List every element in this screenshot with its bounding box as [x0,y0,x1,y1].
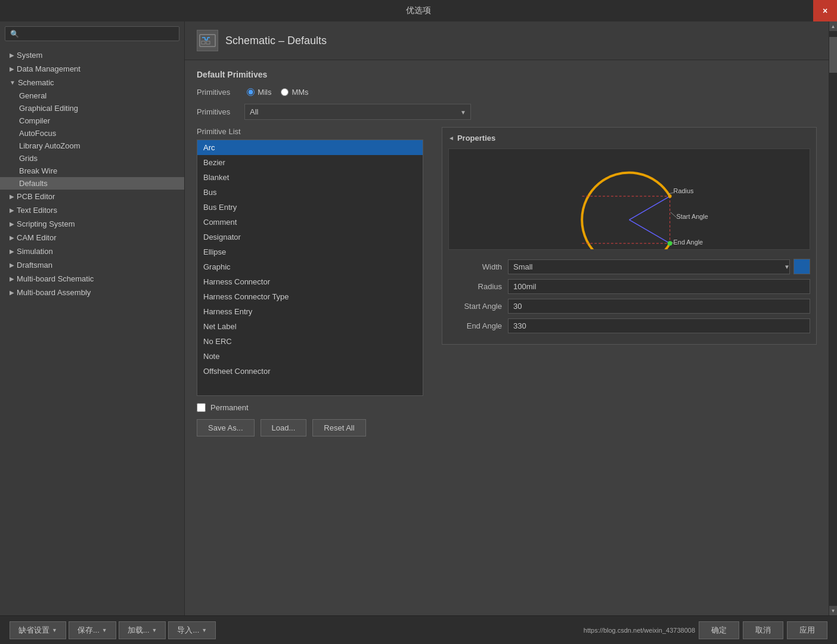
sidebar-child-grids[interactable]: Grids [0,152,184,165]
sidebar-child-compiler[interactable]: Compiler [0,114,184,127]
sidebar-item-multi-board-schematic[interactable]: Multi-board Schematic [0,272,184,286]
child-label: Defaults [19,179,48,188]
color-swatch[interactable] [793,259,810,274]
list-item[interactable]: Bus Entry [197,200,423,215]
load-button[interactable]: Load... [261,419,307,436]
start-angle-input[interactable] [508,299,810,314]
arrow-icon [10,79,16,86]
list-item[interactable]: Graphic [197,259,423,274]
radius-label: Radius [448,282,508,291]
content-header: Schematic – Defaults [185,21,829,60]
default-settings-button[interactable]: 缺省设置 ▼ [10,621,66,639]
radius-input[interactable] [508,279,810,294]
arrow-icon [10,289,14,296]
confirm-button[interactable]: 确定 [699,621,739,639]
close-button[interactable]: × [813,0,837,21]
mils-radio[interactable] [247,88,255,96]
sidebar-child-autofocus[interactable]: AutoFocus [0,127,184,140]
title-bar: 优选项 × [0,0,837,21]
svg-text:Radius: Radius [674,187,694,194]
list-item[interactable]: Harness Entry [197,304,423,319]
properties-panel: Properties [442,127,817,345]
sidebar-child-library-autozoom[interactable]: Library AutoZoom [0,140,184,152]
sidebar-tree: System Data Management Schematic General… [0,46,184,615]
properties-title: Properties [448,134,810,143]
list-item[interactable]: Net Label [197,319,423,334]
right-scrollbar[interactable]: ▲ ▼ [829,21,837,615]
section-title: Default Primitives [197,70,817,79]
list-item[interactable]: Harness Connector [197,274,423,289]
arrow-icon [10,193,14,200]
sidebar-item-data-management[interactable]: Data Management [0,62,184,76]
list-item[interactable]: Designator [197,230,423,244]
sidebar-item-schematic[interactable]: Schematic [0,76,184,89]
scrollbar-thumb[interactable] [829,37,837,73]
search-box[interactable]: 🔍 [5,26,179,41]
primitive-list[interactable]: Arc Bezier Blanket Bus Bus Entry Comment… [197,140,423,396]
sidebar-item-label: System [17,51,42,60]
apply-button[interactable]: 应用 [787,621,827,639]
load-footer-button[interactable]: 加载... ▼ [119,621,166,639]
sidebar-item-scripting-system[interactable]: Scripting System [0,217,184,231]
sidebar-child-break-wire[interactable]: Break Wire [0,165,184,177]
sidebar-item-label: Scripting System [17,219,75,228]
svg-text:Start Angle: Start Angle [677,213,708,220]
list-item[interactable]: Offsheet Connector [197,364,423,379]
width-row: Width Smallest Small Medium Large ▼ [448,259,810,274]
width-select[interactable]: Smallest Small Medium Large [508,259,790,274]
list-item[interactable]: Arc [197,140,423,155]
list-item[interactable]: No ERC [197,334,423,349]
primitives-select-wrap: All ▼ [244,104,471,120]
sidebar-child-defaults[interactable]: Defaults [0,177,184,190]
scroll-down-button[interactable]: ▼ [829,606,837,615]
sidebar-child-graphical-editing[interactable]: Graphical Editing [0,102,184,114]
import-label: 导入... [177,625,199,636]
primitives2-label: Primitives [197,107,244,116]
list-item[interactable]: Bezier [197,155,423,170]
sidebar-item-text-editors[interactable]: Text Editors [0,203,184,217]
end-angle-label: End Angle [448,321,508,330]
footer-left: 缺省设置 ▼ 保存... ▼ 加载... ▼ 导入... ▼ [10,621,216,639]
list-item[interactable]: Blanket [197,170,423,185]
sidebar-item-label: Data Management [17,64,80,73]
two-col-layout: Primitive List Arc Bezier Blanket Bus Bu… [197,127,817,396]
sidebar-item-system[interactable]: System [0,48,184,62]
default-settings-label: 缺省设置 [18,625,49,636]
radio-mms[interactable]: MMs [281,88,308,97]
child-label: AutoFocus [19,129,56,138]
save-as-button[interactable]: Save As... [197,419,255,436]
scroll-up-button[interactable]: ▲ [829,21,837,31]
content-area: Schematic – Defaults Default Primitives … [185,21,829,615]
sidebar-child-general[interactable]: General [0,89,184,102]
footer-right: https://blog.csdn.net/weixin_43738008 确定… [584,621,827,639]
arrow-icon [10,248,14,255]
sidebar-item-simulation[interactable]: Simulation [0,244,184,258]
sidebar-item-cam-editor[interactable]: CAM Editor [0,231,184,244]
import-button[interactable]: 导入... ▼ [168,621,216,639]
sidebar-item-pcb-editor[interactable]: PCB Editor [0,190,184,203]
footer-url: https://blog.csdn.net/weixin_43738008 [584,627,695,634]
list-item[interactable]: Harness Connector Type [197,289,423,304]
sidebar-item-multi-board-assembly[interactable]: Multi-board Assembly [0,286,184,299]
sidebar-item-draftsman[interactable]: Draftsman [0,258,184,272]
list-item[interactable]: Comment [197,215,423,230]
mms-radio[interactable] [281,88,289,96]
width-select-wrap: Smallest Small Medium Large ▼ [508,259,810,274]
child-label: General [19,91,46,100]
start-angle-label: Start Angle [448,302,508,311]
list-item[interactable]: Note [197,349,423,364]
reset-all-button[interactable]: Reset All [312,419,365,436]
permanent-checkbox[interactable] [197,403,206,412]
search-input[interactable] [23,29,174,38]
radio-mils[interactable]: Mils [247,88,271,97]
list-item[interactable]: Ellipse [197,244,423,259]
list-item[interactable]: Bus [197,185,423,200]
sidebar-item-label: PCB Editor [17,192,55,201]
arc-preview: Radius Start Angle End Angle [448,148,810,250]
save-button[interactable]: 保存... ▼ [69,621,116,639]
primitives-select[interactable]: All [244,104,471,120]
cancel-button[interactable]: 取消 [743,621,783,639]
footer: 缺省设置 ▼ 保存... ▼ 加载... ▼ 导入... ▼ https://b… [0,615,837,644]
end-angle-input[interactable] [508,318,810,333]
start-angle-row: Start Angle [448,299,810,314]
